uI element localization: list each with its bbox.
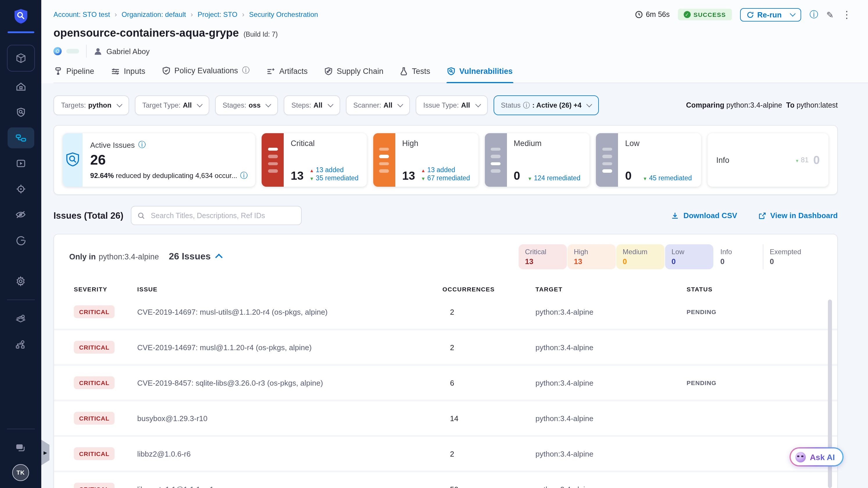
info-card[interactable]: Info ▼81 0 (708, 133, 829, 187)
chevron-down-icon (116, 101, 122, 107)
critical-card[interactable]: Critical 13 ▲13 added ▼35 remediated (261, 133, 367, 187)
filter-target-type[interactable]: Target Type:All (134, 95, 209, 115)
added-link[interactable]: 13 added (316, 166, 344, 173)
info-icon[interactable]: ⓘ (810, 9, 818, 20)
triangle-down-icon: ▼ (310, 176, 314, 181)
chip-info[interactable]: Info0 (714, 244, 762, 269)
sidebar-item-help-chat[interactable]: ? (7, 437, 34, 458)
table-row[interactable]: CRITICAL libcrypto1.1@1.1.1a-r1 50 pytho… (54, 472, 837, 488)
info-count: 0 (813, 153, 820, 166)
issues-group-header: Only in python:3.4-alpine 26 Issues Crit… (54, 244, 837, 269)
sidebar-item-org-settings[interactable] (7, 334, 34, 355)
user-icon (94, 47, 102, 56)
sidebar-item-home[interactable] (7, 76, 34, 97)
kebab-menu-icon[interactable]: ⋮ (842, 9, 852, 20)
check-icon: ✓ (684, 11, 691, 18)
issues-panel: Only in python:3.4-alpine 26 Issues Crit… (54, 234, 838, 488)
table-row[interactable]: CRITICAL CVE-2019-8457: sqlite-libs@3.26… (54, 366, 837, 401)
filter-issue-type[interactable]: Issue Type:All (416, 95, 488, 115)
ai-mascot-icon (795, 452, 806, 462)
low-label: Low (625, 139, 694, 148)
added-link[interactable]: 13 added (427, 166, 455, 173)
sidebar-item-scan-shield[interactable] (7, 102, 34, 123)
tab-pipeline[interactable]: Pipeline (54, 67, 95, 83)
chevron-down-icon (266, 101, 272, 107)
chip-critical[interactable]: Critical13 (519, 244, 567, 269)
download-csv-link[interactable]: Download CSV (671, 211, 737, 220)
medium-strip-icon (485, 133, 507, 187)
page-title: opensource-containers-aqua-grype (54, 27, 239, 39)
tab-policy-evaluations[interactable]: Policy Evaluations ⓘ (162, 65, 250, 83)
user-avatar[interactable]: TK (12, 464, 29, 481)
table-row[interactable]: CRITICAL busybox@1.29.3-r10 14 python:3.… (54, 401, 837, 437)
remediated-link[interactable]: 124 remediated (534, 175, 581, 181)
table-row[interactable]: CRITICAL libbz2@1.0.6-r6 2 python:3.4-al… (54, 437, 837, 472)
triangle-down-icon: ▼ (643, 176, 647, 181)
chip-medium[interactable]: Medium0 (616, 244, 664, 269)
tab-tests[interactable]: Tests (400, 67, 431, 83)
info-icon[interactable]: ⓘ (240, 171, 248, 181)
search-icon (137, 211, 146, 220)
sidebar-divider (7, 300, 35, 300)
filter-targets[interactable]: Targets:python (54, 95, 129, 115)
table-row[interactable]: CRITICAL CVE-2019-14697: musl-utils@1.1.… (54, 295, 837, 330)
tab-inputs[interactable]: Inputs (111, 67, 146, 83)
sidebar-item-targets[interactable] (7, 179, 34, 200)
table-row[interactable]: CRITICAL CVE-2019-14697: musl@1.1.20-r4 … (54, 330, 837, 366)
triangle-up-icon: ▲ (310, 168, 314, 173)
policy-shield-icon (162, 66, 170, 75)
sidebar-item-executions[interactable] (7, 153, 34, 174)
table-header: SEVERITY ISSUE OCCURRENCES TARGET STATUS (54, 283, 837, 295)
breadcrumb-module[interactable]: Security Orchestration (249, 10, 318, 19)
sto-execution-page: ? TK ▶ Account: STO test › Organization:… (0, 0, 868, 488)
sidebar-item-pipelines[interactable] (7, 127, 34, 148)
severity-badge: CRITICAL (74, 483, 115, 488)
module-selector-cube-icon[interactable] (7, 45, 35, 71)
chip-high[interactable]: High13 (567, 244, 616, 269)
sidebar-item-settings[interactable] (7, 271, 34, 292)
filter-status[interactable]: Status ⓘ : Active (26) +4 (493, 95, 599, 115)
chevron-down-icon (586, 101, 592, 107)
sidebar-item-exclusions[interactable] (7, 204, 34, 225)
filter-stages[interactable]: Stages:oss (215, 95, 278, 115)
high-count: 13 (402, 170, 415, 181)
critical-strip-icon (261, 133, 284, 187)
search-input[interactable] (150, 211, 296, 220)
chevron-up-icon[interactable] (215, 253, 223, 261)
issues-search[interactable] (131, 206, 302, 225)
breadcrumb-account[interactable]: Account: STO test (54, 10, 110, 19)
critical-count: 13 (291, 170, 304, 181)
tab-supply-chain[interactable]: Supply Chain (324, 67, 384, 83)
remediated-link[interactable]: 67 remediated (427, 175, 470, 181)
filter-scanner[interactable]: Scanner:All (346, 95, 410, 115)
filter-steps[interactable]: Steps:All (284, 95, 340, 115)
high-card[interactable]: High 13 ▲13 added ▼67 remediated (373, 133, 478, 187)
vulnerabilities-shield-icon (447, 67, 455, 75)
breadcrumb-organization[interactable]: Organization: default (122, 10, 186, 19)
medium-card[interactable]: Medium 0 ▼124 remediated (485, 133, 590, 187)
shield-search-icon (63, 133, 83, 187)
left-nav-sidebar: ? TK (0, 0, 41, 488)
info-icon[interactable]: ⓘ (138, 140, 146, 150)
sidebar-item-get-started[interactable] (7, 230, 34, 251)
sidebar-item-project-settings[interactable] (7, 308, 34, 329)
info-label: Info (716, 156, 729, 164)
download-icon (671, 211, 679, 220)
chip-low[interactable]: Low0 (665, 244, 713, 269)
inputs-icon (111, 67, 120, 75)
rerun-button[interactable]: Re-run (740, 8, 801, 21)
remediated-link[interactable]: 35 remediated (316, 175, 359, 181)
active-issues-card[interactable]: Active Issues ⓘ 26 92.64% reduced by ded… (63, 133, 255, 187)
info-icon[interactable]: ⓘ (242, 65, 250, 75)
remediated-link[interactable]: 45 remediated (649, 175, 692, 181)
tab-vulnerabilities[interactable]: Vulnerabilities (446, 67, 514, 83)
breadcrumb-project[interactable]: Project: STO (198, 10, 238, 19)
tag-pill (66, 49, 79, 54)
chip-exempted[interactable]: Exempted0 (763, 244, 822, 269)
view-in-dashboard-link[interactable]: View in Dashboard (758, 211, 838, 220)
severity-badge: CRITICAL (74, 412, 115, 425)
low-card[interactable]: Low 0 ▼45 remediated (596, 133, 702, 187)
edit-pencil-icon[interactable]: ✎ (827, 10, 834, 19)
tab-artifacts[interactable]: Artifacts (266, 67, 308, 83)
ask-ai-button[interactable]: Ask AI (789, 447, 844, 466)
